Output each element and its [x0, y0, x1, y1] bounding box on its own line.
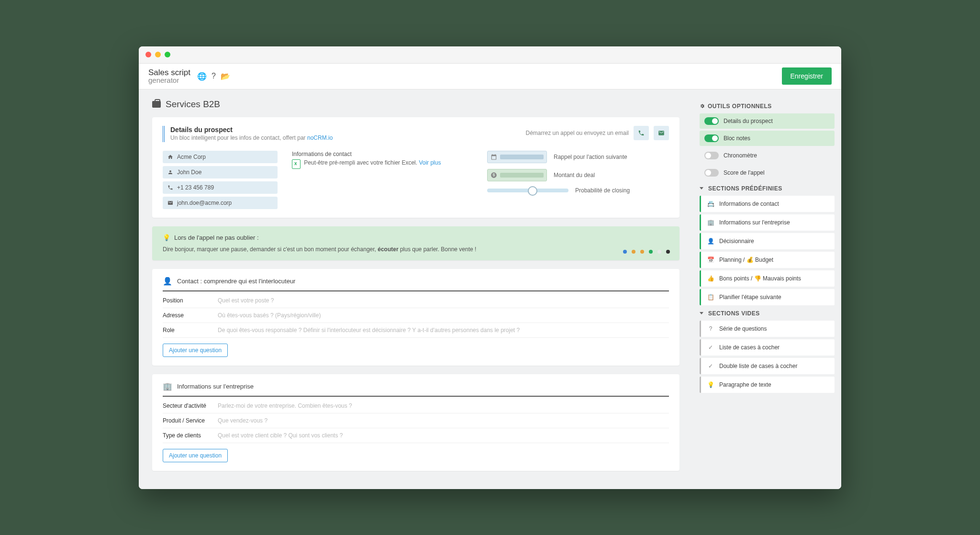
contact-info-label: Informations de contact — [292, 151, 473, 157]
question-label: Produit / Service — [163, 417, 218, 424]
section-icon: 👤 — [163, 277, 172, 286]
toggle-switch[interactable] — [704, 152, 719, 159]
question-label: Adresse — [163, 312, 218, 319]
window-close-icon[interactable] — [145, 52, 151, 57]
question-row[interactable]: Type de clients Quel est votre client ci… — [163, 428, 669, 443]
question-row[interactable]: Role De quoi êtes-vous responsable ? Déf… — [163, 323, 669, 338]
predefined-section-item[interactable]: 📋Planifier l'étape suivante — [700, 289, 835, 305]
email-button[interactable] — [654, 126, 669, 140]
excel-link[interactable]: Voir plus — [419, 159, 441, 166]
question-row[interactable]: Adresse Où êtes-vous basés ? (Pays/régio… — [163, 308, 669, 323]
item-icon: ✓ — [707, 344, 714, 351]
toggle-switch[interactable] — [704, 117, 719, 125]
question-label: Secteur d'activité — [163, 402, 218, 409]
color-dot[interactable] — [649, 250, 653, 254]
brand-area: Sales scriptgenerator 🌐 ? 📂 — [148, 68, 230, 84]
folder-icon[interactable]: 📂 — [221, 72, 230, 81]
empty-section-item[interactable]: ✓Double liste de cases à cocher — [700, 358, 835, 374]
reminder-label: Rappel pour l'action suivante — [554, 154, 627, 160]
color-dot[interactable] — [632, 250, 635, 254]
deal-field: Montant du deal — [487, 169, 669, 181]
briefcase-icon — [152, 101, 161, 108]
company-chip[interactable]: Acme Corp — [163, 151, 278, 163]
excel-icon — [292, 159, 301, 169]
predefined-section-item[interactable]: 📇Informations de contact — [700, 196, 835, 212]
add-question-button[interactable]: Ajouter une question — [163, 449, 228, 462]
tip-color-dots — [623, 250, 670, 254]
color-dot[interactable] — [640, 250, 644, 254]
section-card: 👤 Contact : comprendre qui est l'interlo… — [152, 269, 679, 366]
right-sidebar: OUTILS OPTIONNELS Details du prospectBlo… — [693, 89, 841, 489]
main-column: Services B2B Details du prospect Un bloc… — [139, 89, 693, 489]
empty-sections-header: SECTIONS VIDES — [700, 310, 835, 317]
tip-card: 💡 Lors de l'appel ne pas oublier : Dire … — [152, 226, 679, 260]
reminder-field: Rappel pour l'action suivante — [487, 151, 669, 163]
globe-icon[interactable]: 🌐 — [197, 72, 207, 81]
calendar-icon — [490, 154, 497, 160]
add-question-button[interactable]: Ajouter une question — [163, 344, 228, 357]
window-titlebar — [139, 46, 841, 64]
item-icon: ✓ — [707, 363, 714, 369]
page-title-text: Services B2B — [166, 99, 220, 110]
predefined-section-item[interactable]: 👤Décisionnaire — [700, 233, 835, 249]
question-row[interactable]: Position Quel est votre poste ? — [163, 293, 669, 308]
phone-icon — [638, 130, 645, 136]
home-icon — [167, 154, 173, 160]
save-button[interactable]: Enregistrer — [782, 67, 832, 85]
prospect-subtitle: Un bloc intelligent pour les infos de co… — [170, 134, 333, 141]
window-minimize-icon[interactable] — [155, 52, 161, 57]
chevron-down-icon — [700, 187, 703, 189]
top-toolbar: Sales scriptgenerator 🌐 ? 📂 Enregistrer — [139, 64, 841, 89]
color-dot[interactable] — [623, 250, 627, 254]
prospect-contact-info: Informations de contact Peut-être pré-re… — [292, 151, 473, 209]
empty-section-item[interactable]: ?Série de questions — [700, 321, 835, 337]
prospect-fields: Rappel pour l'action suivante Montant du… — [487, 151, 669, 209]
call-button[interactable] — [634, 126, 649, 140]
question-placeholder: De quoi êtes-vous responsable ? Définir … — [218, 327, 669, 334]
window-maximize-icon[interactable] — [165, 52, 170, 57]
email-chip[interactable]: john.doe@acme.corp — [163, 197, 278, 209]
chevron-down-icon — [700, 312, 703, 314]
toggle-switch[interactable] — [704, 169, 719, 177]
item-label: Double liste de cases à cocher — [719, 363, 797, 369]
item-label: Paragraphe de texte — [719, 381, 771, 388]
item-label: Informations de contact — [719, 201, 779, 207]
app-logo: Sales scriptgenerator — [148, 68, 190, 84]
tip-title: 💡 Lors de l'appel ne pas oublier : — [163, 234, 669, 241]
question-row[interactable]: Secteur d'activité Parlez-moi de votre e… — [163, 399, 669, 413]
section-header: 🏢 Informations sur l'entreprise — [163, 382, 669, 397]
reminder-input[interactable] — [487, 151, 547, 163]
prospect-contact-chips: Acme Corp John Doe +1 23 456 789 john.do… — [163, 151, 278, 209]
app-window: Sales scriptgenerator 🌐 ? 📂 Enregistrer … — [139, 46, 841, 489]
nocrm-link[interactable]: noCRM.io — [307, 134, 333, 141]
phone-icon — [167, 185, 173, 190]
phone-chip[interactable]: +1 23 456 789 — [163, 181, 278, 194]
toggle-row[interactable]: Chronomètre — [700, 148, 835, 163]
deal-input[interactable] — [487, 169, 547, 181]
item-label: Planning / 💰 Budget — [719, 256, 773, 263]
question-label: Role — [163, 327, 218, 334]
item-icon: 👍 — [707, 275, 714, 282]
toggle-label: Score de l'appel — [724, 169, 765, 176]
question-row[interactable]: Produit / Service Que vendez-vous ? — [163, 413, 669, 428]
item-icon: 📅 — [707, 256, 714, 263]
empty-section-item[interactable]: 💡Paragraphe de texte — [700, 377, 835, 393]
empty-section-item[interactable]: ✓Liste de cases à cocher — [700, 339, 835, 356]
predefined-section-item[interactable]: 🏢Informations sur l'entreprise — [700, 214, 835, 231]
help-icon[interactable]: ? — [212, 72, 216, 81]
prospect-header-right: Démarrez un appel ou envoyez un email — [526, 126, 669, 140]
predefined-section-item[interactable]: 👍Bons points / 👎 Mauvais points — [700, 270, 835, 287]
section-icon: 🏢 — [163, 382, 172, 391]
color-dot[interactable] — [666, 250, 670, 254]
item-label: Planifier l'étape suivante — [719, 294, 781, 301]
toggle-switch[interactable] — [704, 134, 719, 142]
person-chip[interactable]: John Doe — [163, 166, 278, 178]
toolbar-icons: 🌐 ? 📂 — [197, 72, 230, 81]
toggle-row[interactable]: Score de l'appel — [700, 165, 835, 180]
toggle-row[interactable]: Bloc notes — [700, 131, 835, 146]
tip-text: Dire bonjour, marquer une pause, demande… — [163, 246, 669, 253]
predefined-section-item[interactable]: 📅Planning / 💰 Budget — [700, 252, 835, 268]
probability-slider[interactable] — [487, 189, 568, 192]
toggle-row[interactable]: Details du prospect — [700, 113, 835, 129]
color-dot[interactable] — [657, 250, 661, 254]
